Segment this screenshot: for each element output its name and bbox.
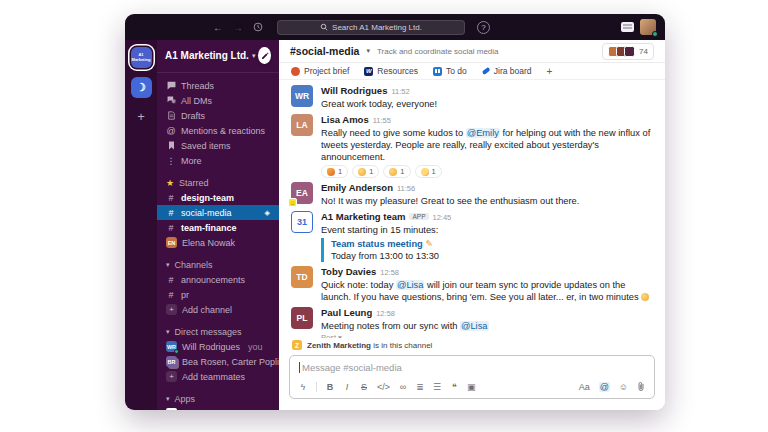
reaction-party[interactable]: 1: [321, 165, 348, 178]
bookmark-resources[interactable]: WResources: [364, 66, 418, 76]
sidebar-item-label: Saved items: [181, 141, 231, 151]
mention-icon[interactable]: @: [599, 382, 610, 392]
item-label: Google Calendar: [182, 409, 250, 411]
channel-announcements[interactable]: #announcements: [157, 272, 279, 287]
history-clock-icon[interactable]: [253, 22, 263, 32]
channel-pr[interactable]: #pr: [157, 287, 279, 302]
reaction-clap[interactable]: 1: [383, 165, 410, 178]
section-header-channels[interactable]: ▾Channels: [157, 258, 279, 272]
workspace-switcher[interactable]: A1 Marketing Ltd. ▾: [157, 40, 279, 73]
message-timestamp[interactable]: 12:58: [380, 268, 399, 277]
channel-design-team[interactable]: #design-team: [157, 190, 279, 205]
message-author[interactable]: Will Rodrigues: [321, 85, 387, 96]
section-header-apps[interactable]: ▾Apps: [157, 392, 279, 406]
bookmark-project-brief[interactable]: Project brief: [291, 66, 349, 76]
jira-pen-icon: [482, 67, 490, 75]
chevron-down-icon: ▾: [166, 261, 170, 269]
user-avatar[interactable]: [640, 19, 656, 35]
message-timestamp[interactable]: 12:58: [376, 309, 395, 318]
link-icon[interactable]: ∞: [399, 382, 407, 392]
sidebar-item-saved-items[interactable]: Saved items: [157, 138, 279, 153]
search-icon: [320, 23, 328, 31]
history-back-button[interactable]: ←: [213, 22, 223, 33]
section-header-dms[interactable]: ▾Direct messages: [157, 325, 279, 339]
top-bar: ← → Search A1 Marketing Ltd. ?: [125, 14, 665, 40]
channel-title[interactable]: #social-media: [290, 45, 359, 57]
message-author[interactable]: Lisa Amos: [321, 114, 369, 125]
italic-icon[interactable]: I: [343, 382, 351, 392]
channel-topic[interactable]: Track and coordinate social media: [377, 47, 499, 56]
mention-link[interactable]: @Lisa: [460, 321, 489, 331]
sidebar-item-threads[interactable]: Threads: [157, 78, 279, 93]
message-content: Paul Leung12:58Meeting notes from our sy…: [321, 307, 653, 338]
message-timestamp[interactable]: 11:55: [373, 116, 391, 125]
reaction-heart-eyes[interactable]: 1: [415, 165, 442, 178]
high-five-emoji-icon: [358, 168, 366, 176]
sidebar-item-mentions-reactions[interactable]: @Mentions & reactions: [157, 123, 279, 138]
message-header: Paul Leung12:58: [321, 307, 653, 320]
sidebar-item-all-dms[interactable]: All DMs: [157, 93, 279, 108]
sidebar-item-will-rodrigues[interactable]: WRWill Rodriguesyou: [157, 339, 279, 354]
mentions-icon: @: [166, 126, 176, 136]
member-count-button[interactable]: 74: [602, 43, 654, 60]
message-author[interactable]: Paul Leung: [321, 307, 372, 318]
message-timestamp[interactable]: 12:45: [433, 213, 452, 222]
hash-icon: #: [166, 223, 176, 233]
search-input[interactable]: Search A1 Marketing Ltd.: [277, 20, 465, 35]
saved-icon: [166, 141, 176, 150]
mention-link[interactable]: @Lisa: [396, 280, 425, 290]
blockquote-icon[interactable]: ❝: [450, 382, 458, 392]
doc-circle-icon: [291, 67, 300, 76]
message-input[interactable]: Message #social-media: [290, 356, 654, 377]
workspace-tile-2[interactable]: ☽: [131, 77, 152, 98]
workspace-tile-1[interactable]: A1 Marketing: [131, 47, 152, 68]
sidebar-item-add-channel[interactable]: +Add channel: [157, 302, 279, 317]
message-author[interactable]: Toby Davies: [321, 266, 376, 277]
plus-icon: +: [166, 304, 177, 315]
sidebar-item-google-calendar[interactable]: 31Google Calendar: [157, 406, 279, 410]
toolbar-divider: [316, 382, 317, 392]
channel-team-finance[interactable]: #team-finance: [157, 220, 279, 235]
sidebar-item-elena-nowak[interactable]: ENElena Nowak: [157, 235, 279, 250]
format-toggle-icon[interactable]: Aa: [579, 382, 590, 392]
sidebar-item-more[interactable]: ⋮More: [157, 153, 279, 168]
bookmark-jira-board[interactable]: Jira board: [482, 66, 532, 76]
member-avatar: [624, 46, 635, 57]
history-forward-button[interactable]: →: [233, 22, 243, 33]
section-header-starred[interactable]: ★Starred: [157, 176, 279, 190]
message-author[interactable]: Emily Anderson: [321, 182, 393, 193]
shortcuts-icon[interactable]: ϟ: [299, 382, 307, 392]
message-author[interactable]: A1 Marketing team: [321, 211, 405, 222]
add-bookmark-button[interactable]: +: [547, 66, 553, 77]
message-header: A1 Marketing teamAPP12:45: [321, 211, 653, 224]
memo-emoji-icon: ✎: [425, 239, 433, 249]
strikethrough-icon[interactable]: S: [360, 382, 368, 392]
section-starred: ★Starred#design-team#social-media◈#team-…: [157, 176, 279, 250]
code-icon[interactable]: </>: [377, 382, 390, 392]
mention-link[interactable]: @Emily: [466, 128, 500, 138]
bookmark-to-do[interactable]: To do: [433, 66, 467, 76]
help-button[interactable]: ?: [477, 21, 490, 34]
bullet-list-icon[interactable]: ☰: [433, 382, 441, 392]
item-label: Will Rodrigues: [182, 342, 240, 352]
attach-icon[interactable]: [637, 381, 645, 392]
channel-social-media[interactable]: #social-media◈: [157, 205, 279, 220]
emoji-icon[interactable]: ☺: [619, 382, 628, 392]
add-workspace-button[interactable]: +: [137, 109, 145, 124]
search-placeholder: Search A1 Marketing Ltd.: [332, 23, 422, 32]
bold-icon[interactable]: B: [326, 382, 334, 392]
message-timestamp[interactable]: 11:52: [391, 87, 409, 96]
message-content: A1 Marketing teamAPP12:45Event starting …: [321, 211, 653, 262]
sidebar-item-add-teammates[interactable]: +Add teammates: [157, 369, 279, 384]
sidebar-item-bea-rosen-carter-poplin-[interactable]: BRBea Rosen, Carter Poplin...: [157, 354, 279, 369]
message-composer[interactable]: Message #social-media ϟBIS</>∞≣☰❝▣Aa@☺: [289, 355, 655, 399]
compose-button[interactable]: [258, 47, 271, 64]
message-timestamp[interactable]: 11:56: [397, 184, 415, 193]
bookmark-label: To do: [446, 66, 467, 76]
ordered-list-icon[interactable]: ≣: [416, 382, 424, 392]
reaction-high-five[interactable]: 1: [352, 165, 379, 178]
code-block-icon[interactable]: ▣: [467, 382, 476, 392]
sidebar-item-drafts[interactable]: Drafts: [157, 108, 279, 123]
event-title-link[interactable]: Team status meeting ✎: [331, 238, 653, 250]
message-content: Emily Anderson11:56No! It was my pleasur…: [321, 182, 653, 207]
